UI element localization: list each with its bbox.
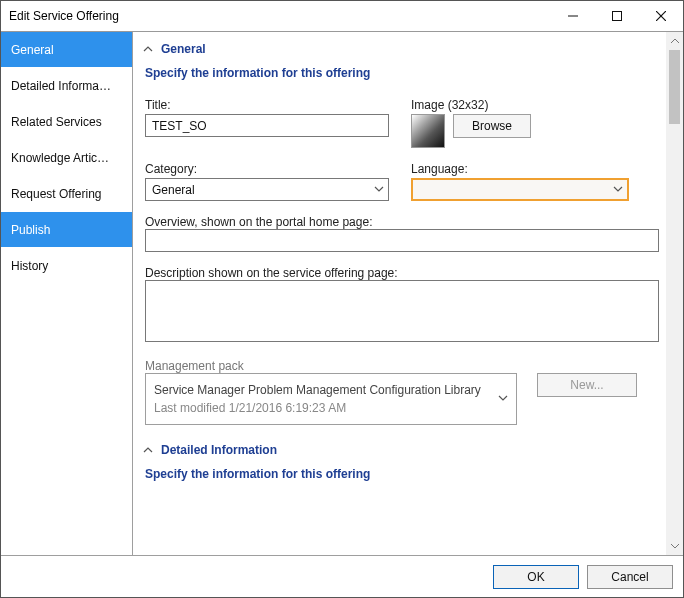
titlebar: Edit Service Offering xyxy=(1,1,683,31)
maximize-button[interactable] xyxy=(595,1,639,31)
section-header-general[interactable]: General xyxy=(139,38,665,60)
minimize-button[interactable] xyxy=(551,1,595,31)
close-button[interactable] xyxy=(639,1,683,31)
description-field[interactable] xyxy=(145,280,659,342)
title-label: Title: xyxy=(145,98,389,112)
sidebar: General Detailed Informa… Related Servic… xyxy=(1,32,133,555)
window-title: Edit Service Offering xyxy=(9,9,551,23)
language-dropdown[interactable] xyxy=(411,178,629,201)
new-button[interactable]: New... xyxy=(537,373,637,397)
sidebar-item-related-services[interactable]: Related Services xyxy=(1,104,132,140)
chevron-up-icon xyxy=(141,445,155,455)
content-panel: General Specify the information for this… xyxy=(133,32,665,555)
dialog-footer: OK Cancel xyxy=(1,555,683,597)
chevron-down-icon xyxy=(671,542,679,550)
sidebar-item-history[interactable]: History xyxy=(1,248,132,284)
scroll-up-button[interactable] xyxy=(666,32,683,50)
section-header-detailed[interactable]: Detailed Information xyxy=(139,439,665,461)
chevron-down-icon xyxy=(374,183,384,197)
sidebar-item-label: Publish xyxy=(11,223,50,237)
close-icon xyxy=(656,11,666,21)
management-pack-label: Management pack xyxy=(145,359,244,373)
category-label: Category: xyxy=(145,162,389,176)
sidebar-item-label: History xyxy=(11,259,48,273)
sidebar-item-publish[interactable]: Publish xyxy=(1,212,132,248)
management-pack-value: Service Manager Problem Management Confi… xyxy=(154,383,481,397)
edit-service-offering-dialog: Edit Service Offering General Detailed I… xyxy=(0,0,684,598)
section-subtitle: Specify the information for this offerin… xyxy=(139,60,665,98)
ok-button[interactable]: OK xyxy=(493,565,579,589)
cancel-button[interactable]: Cancel xyxy=(587,565,673,589)
management-pack-modified: Last modified 1/21/2016 6:19:23 AM xyxy=(154,401,481,415)
category-value: General xyxy=(152,183,374,197)
chevron-down-icon xyxy=(613,183,623,197)
section-title: Detailed Information xyxy=(161,443,277,457)
vertical-scrollbar[interactable] xyxy=(665,32,683,555)
sidebar-item-detailed-information[interactable]: Detailed Informa… xyxy=(1,68,132,104)
overview-field[interactable] xyxy=(145,229,659,252)
sidebar-item-label: Related Services xyxy=(11,115,102,129)
description-label: Description shown on the service offerin… xyxy=(145,266,398,280)
image-thumbnail xyxy=(411,114,445,148)
section-title: General xyxy=(161,42,206,56)
sidebar-item-request-offering[interactable]: Request Offering xyxy=(1,176,132,212)
sidebar-item-general[interactable]: General xyxy=(1,32,132,68)
category-dropdown[interactable]: General xyxy=(145,178,389,201)
scrollbar-thumb[interactable] xyxy=(669,50,680,124)
maximize-icon xyxy=(612,11,622,21)
chevron-up-icon xyxy=(671,37,679,45)
overview-label: Overview, shown on the portal home page: xyxy=(145,215,372,229)
scroll-down-button[interactable] xyxy=(666,537,683,555)
chevron-up-icon xyxy=(141,44,155,54)
browse-button[interactable]: Browse xyxy=(453,114,531,138)
svg-rect-1 xyxy=(613,12,622,21)
title-field[interactable] xyxy=(145,114,389,137)
chevron-down-icon xyxy=(498,392,508,406)
image-label: Image (32x32) xyxy=(411,98,531,112)
language-label: Language: xyxy=(411,162,629,176)
section-subtitle: Specify the information for this offerin… xyxy=(139,461,665,487)
sidebar-item-label: Detailed Informa… xyxy=(11,79,111,93)
sidebar-item-label: Knowledge Artic… xyxy=(11,151,109,165)
sidebar-item-label: Request Offering xyxy=(11,187,102,201)
minimize-icon xyxy=(568,11,578,21)
sidebar-item-label: General xyxy=(11,43,54,57)
sidebar-item-knowledge-articles[interactable]: Knowledge Artic… xyxy=(1,140,132,176)
management-pack-dropdown[interactable]: Service Manager Problem Management Confi… xyxy=(145,373,517,425)
